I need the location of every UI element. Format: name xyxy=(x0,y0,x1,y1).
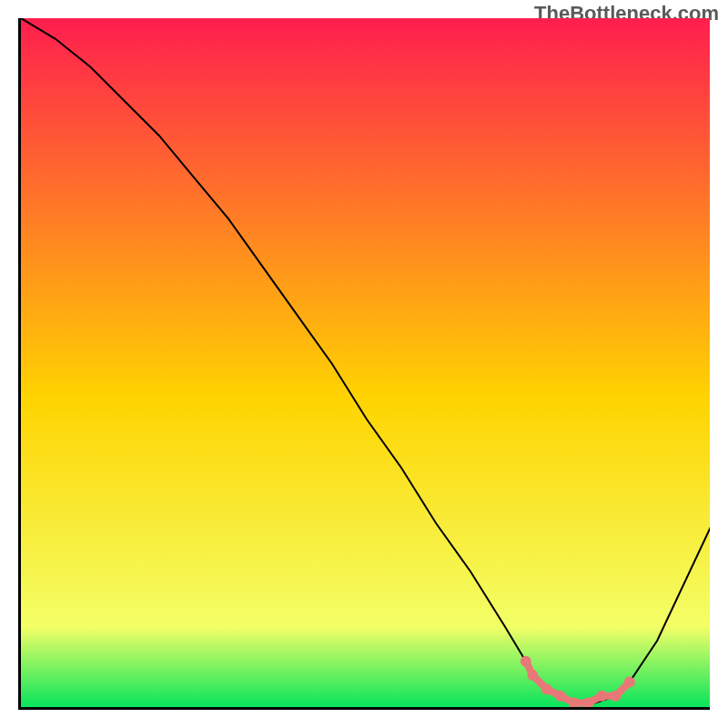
chart-frame: TheBottleneck.com xyxy=(0,0,728,728)
optimal-zone-marker xyxy=(541,683,552,694)
optimal-zone-marker xyxy=(611,691,622,702)
plot-area xyxy=(18,18,710,710)
optimal-zone-marker xyxy=(596,691,607,702)
optimal-zone-marker xyxy=(555,691,566,702)
optimal-zone-marker xyxy=(527,670,538,681)
chart-svg xyxy=(21,18,710,710)
gradient-background xyxy=(21,18,710,710)
optimal-zone-marker xyxy=(569,697,580,708)
optimal-zone-marker xyxy=(624,677,635,688)
optimal-zone-marker xyxy=(521,656,531,667)
optimal-zone-marker xyxy=(582,697,593,708)
